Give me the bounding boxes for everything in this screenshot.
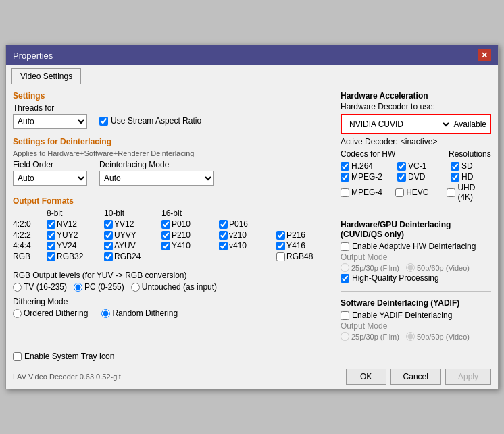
adaptive-hw-label: Enable Adaptive HW Deinterlacing [352,242,476,251]
radio-ordered[interactable] [13,309,22,318]
field-order-select[interactable]: Auto [13,171,87,186]
apply-button[interactable]: Apply [445,369,491,385]
codecs-label: Codecs for HW [341,149,449,159]
tab-video-settings[interactable]: Video Settings [11,68,81,84]
hevc-checkbox[interactable] [395,188,404,197]
adaptive-hw-row: Enable Adaptive HW Deinterlacing [341,242,491,251]
field-order-deinterlacing-row: Field Order Auto Deinterlacing Mode Auto [13,160,334,186]
sw-radio-film[interactable] [341,332,349,341]
y410-checkbox[interactable] [161,242,170,250]
yadif-checkbox[interactable] [341,311,349,320]
hw-decoder-box: NVIDIA CUVID Available [341,114,491,134]
sw-output-mode-label: Output Mode [341,321,491,331]
high-quality-row: High-Quality Processing [341,273,491,283]
deinterlacing-section: Settings for Deinterlacing Applies to Ha… [13,137,334,188]
radio-tv[interactable] [13,283,22,292]
content-area: Settings Threads for Auto Use Stream Asp… [6,84,498,349]
yv24-checkbox[interactable] [47,242,55,250]
hw-accel-label: Hardware Acceleration [341,91,491,101]
hw-radio-film[interactable] [341,263,349,272]
cancel-button[interactable]: Cancel [390,369,441,385]
deinterlacing-mode-select[interactable]: Auto [99,171,214,186]
active-decoder-row: Active Decoder: <inactive> [341,137,491,146]
rgb-output-label: RGB Output levels (for YUV -> RGB conver… [13,271,334,280]
radio-untouched[interactable] [131,283,140,292]
output-formats-section: Output Formats 8-bit 10-bit 16-bit 4:2:0… [13,196,334,263]
left-panel: Settings Threads for Auto Use Stream Asp… [13,91,334,342]
use-stream-aspect-label: Use Stream Aspect Ratio [111,116,201,126]
format-row-422: 4:2:2 YUY2 UYVY P210 v210 P216 [13,230,334,240]
available-label: Available [454,119,486,129]
uhd-checkbox[interactable] [447,188,455,197]
mpeg2-checkbox[interactable] [341,173,349,182]
bottom-bar: LAV Video Decoder 0.63.0.52-git OK Cance… [6,364,498,389]
p016-checkbox[interactable] [219,220,228,229]
close-button[interactable]: ✕ [478,49,491,61]
nv12-checkbox[interactable] [47,220,55,229]
dithering-radio-group: Ordered Dithering Random Dithering [13,308,334,318]
threads-label: Threads for [13,103,87,113]
threads-select[interactable]: Auto [13,114,87,129]
dialog-title: Properties [13,51,53,61]
high-quality-checkbox[interactable] [341,274,349,283]
yadif-label: Enable YADIF Deinterlacing [352,310,452,320]
hw-deinterlacing-section: Hardware/GPU Deinterlacing (CUVID/QS onl… [341,220,491,284]
v210-checkbox[interactable] [219,231,228,240]
radio-random-label: Random Dithering [112,308,178,318]
dvd-checkbox[interactable] [397,173,406,182]
yadif-row: Enable YADIF Deinterlacing [341,310,491,320]
radio-pc[interactable] [74,283,82,292]
ok-button[interactable]: OK [346,369,386,385]
high-quality-label: High-Quality Processing [352,273,439,283]
header-8bit: 8-bit [47,209,104,218]
properties-dialog: Properties ✕ Video Settings Settings Thr… [5,45,499,389]
rgb32-checkbox[interactable] [47,252,55,261]
vc1-checkbox[interactable] [397,162,406,171]
hd-checkbox[interactable] [451,173,459,182]
ayuv-checkbox[interactable] [104,242,113,250]
hw-output-mode-label: Output Mode [341,252,491,262]
dithering-label: Dithering Mode [13,297,334,306]
p216-checkbox[interactable] [276,231,285,240]
p210-checkbox[interactable] [161,231,170,240]
p010-checkbox[interactable] [161,220,170,229]
settings-section: Settings Threads for Auto Use Stream Asp… [13,91,334,132]
system-tray-row: Enable System Tray Icon [6,349,498,364]
sw-deinterlacing-section: Software Deinterlacing (YADIF) Enable YA… [341,298,491,342]
deinterlacing-settings-label: Settings for Deinterlacing [13,137,334,146]
v410-checkbox[interactable] [219,242,228,250]
codecs-header-row: Codecs for HW Resolutions [341,149,491,159]
radio-tv-label: TV (16-235) [24,282,67,292]
h264-checkbox[interactable] [341,162,349,171]
dithering-section: Dithering Mode Ordered Dithering Random … [13,297,334,318]
rgb-radio-group: TV (16-235) PC (0-255) Untouched (as inp… [13,282,334,292]
hw-radio-video[interactable] [406,263,415,272]
adaptive-hw-checkbox[interactable] [341,242,349,251]
active-decoder-value: <inactive> [401,137,438,146]
uyvy-checkbox[interactable] [104,231,113,240]
yuy2-checkbox[interactable] [47,231,55,240]
sd-checkbox[interactable] [451,162,459,171]
radio-random[interactable] [101,309,110,318]
hw-decoder-select[interactable]: NVIDIA CUVID [345,117,451,131]
rgb48-checkbox[interactable] [276,252,285,261]
active-decoder-label: Active Decoder: [341,137,398,146]
yv12-checkbox[interactable] [104,220,113,229]
format-headers: 8-bit 10-bit 16-bit [13,209,334,218]
rgb-output-section: RGB Output levels (for YUV -> RGB conver… [13,271,334,292]
y416-checkbox[interactable] [276,242,285,250]
use-stream-aspect-checkbox[interactable] [99,117,108,126]
mpeg4-checkbox[interactable] [341,188,349,197]
format-row-rgb: RGB RGB32 RGB24 RGB48 [13,252,334,261]
gpu-deinterlacing-label: Hardware/GPU Deinterlacing (CUVID/QS onl… [341,220,491,239]
sw-output-mode-radio-group: 25p/30p (Film) 50p/60p (Video) [341,332,491,341]
codec-row-3: MPEG-4 HEVC UHD (4K) [341,183,491,202]
rgb24-checkbox[interactable] [104,252,113,261]
settings-label: Settings [13,91,334,101]
header-16bit: 16-bit [161,209,219,218]
sw-radio-video[interactable] [406,332,415,341]
hw-accel-section: Hardware Acceleration Hardware Decoder t… [341,91,491,206]
radio-ordered-label: Ordered Dithering [24,308,88,318]
system-tray-checkbox[interactable] [13,352,22,361]
version-text: LAV Video Decoder 0.63.0.52-git [13,373,121,381]
